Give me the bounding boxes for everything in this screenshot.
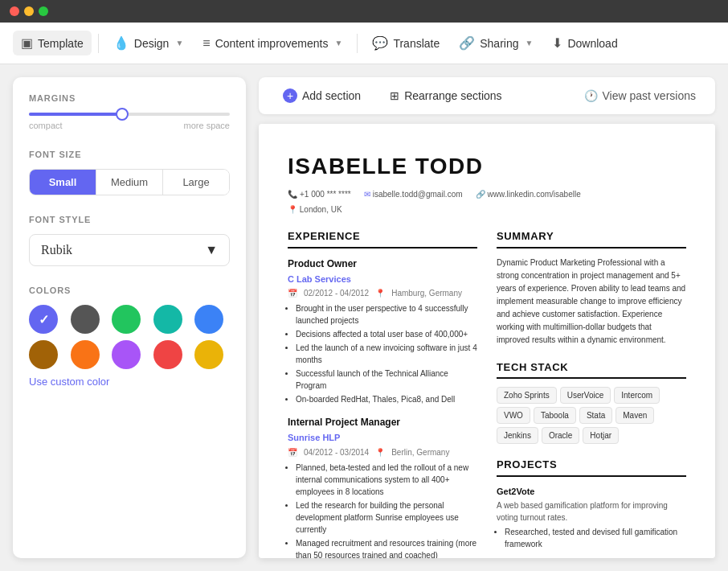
margins-slider-thumb[interactable] <box>116 108 129 121</box>
job-bullet-0-2: Led the launch of a new invoicing softwa… <box>296 342 477 366</box>
translate-icon: 💬 <box>372 35 388 51</box>
margins-slider-fill <box>29 113 120 116</box>
font-size-medium-button[interactable]: Medium <box>96 170 163 195</box>
resume-contact: 📞 +1 000 *** **** ✉ isabelle.todd@gmail.… <box>288 188 686 200</box>
custom-color-link[interactable]: Use custom color <box>29 376 109 388</box>
download-tab[interactable]: ⬇ Download <box>544 31 625 55</box>
color-grid <box>29 305 230 369</box>
job-company-1: Sunrise HLP <box>288 431 477 445</box>
color-swatch-indigo[interactable] <box>29 305 58 334</box>
tech-tag-8: Oracle <box>542 427 579 444</box>
linkedin-text: www.linkedin.com/isabelle <box>488 188 581 200</box>
job-meta-0: 📅 02/2012 - 04/2012 📍 Hamburg, Germany <box>288 287 477 299</box>
sharing-icon: 🔗 <box>459 35 475 51</box>
font-style-title: FONT STYLE <box>29 215 230 224</box>
view-versions-button[interactable]: 🕐 View past versions <box>578 84 702 107</box>
job-item-0: Product Owner C Lab Services 📅 02/2012 -… <box>288 257 477 406</box>
add-section-icon: + <box>283 88 297 103</box>
linkedin-contact: 🔗 www.linkedin.com/isabelle <box>476 188 581 200</box>
color-swatch-blue[interactable] <box>194 305 223 334</box>
main-area: MARGINS compact more space FONT SIZE Sma… <box>0 64 728 571</box>
font-size-title: FONT SIZE <box>29 150 230 159</box>
job-bullet-0-1: Decisions affected a total user base of … <box>296 328 477 340</box>
translate-tab[interactable]: 💬 Translate <box>364 31 448 55</box>
job-bullets-0: Brought in the user perspective to 4 suc… <box>288 302 477 405</box>
job-bullet-1-0: Planned, beta-tested and led the rollout… <box>296 462 477 498</box>
project-name-0: Get2Vote <box>497 485 686 499</box>
maximize-button[interactable] <box>39 6 48 16</box>
tech-tag-5: Stata <box>579 407 612 424</box>
color-swatch-brown[interactable] <box>29 340 58 369</box>
download-icon: ⬇ <box>552 35 562 51</box>
job-location-icon-0: 📍 <box>375 287 385 299</box>
resume-two-col: EXPERIENCE Product Owner C Lab Services … <box>288 228 686 558</box>
project-bullets-0: Researched, tested and devised full gami… <box>497 526 686 550</box>
content-chevron: ▼ <box>335 39 343 47</box>
close-button[interactable] <box>10 6 19 16</box>
job-title-0: Product Owner <box>288 257 477 271</box>
font-size-section: FONT SIZE Small Medium Large <box>29 150 230 195</box>
job-title-1: Internal Project Manager <box>288 415 477 429</box>
tech-tag-2: Intercom <box>614 387 660 404</box>
job-meta-1: 📅 04/2012 - 03/2014 📍 Berlin, Germany <box>288 446 477 458</box>
color-swatch-green[interactable] <box>112 305 141 334</box>
phone-icon: 📞 <box>288 188 297 200</box>
email-text: isabelle.todd@gmail.com <box>373 188 463 200</box>
job-dates-1: 04/2012 - 03/2014 <box>304 446 369 458</box>
job-item-1: Internal Project Manager Sunrise HLP 📅 0… <box>288 415 477 558</box>
location-text: London, UK <box>300 205 342 214</box>
rearrange-sections-button[interactable]: ⊞ Rearrange sections <box>378 84 513 107</box>
content-improvements-label: Content improvements <box>215 37 329 50</box>
download-label: Download <box>567 37 617 50</box>
color-swatch-teal[interactable] <box>153 305 182 334</box>
color-swatch-yellow[interactable] <box>194 340 223 369</box>
minimize-button[interactable] <box>24 6 34 16</box>
content-improvements-tab[interactable]: ≡ Content improvements ▼ <box>194 31 350 55</box>
titlebar <box>0 0 728 23</box>
color-swatch-red[interactable] <box>153 340 182 369</box>
section-toolbar: + Add section ⊞ Rearrange sections 🕐 Vie… <box>259 77 715 114</box>
job-date-icon-1: 📅 <box>288 446 297 458</box>
project-item-0: Get2Vote A web based gamification platfo… <box>497 485 686 551</box>
project-desc-0: A web based gamification platform for im… <box>497 499 686 524</box>
margins-slider-track[interactable] <box>29 113 230 116</box>
email-icon: ✉ <box>364 188 370 200</box>
email-contact: ✉ isabelle.todd@gmail.com <box>364 188 463 200</box>
font-size-large-button[interactable]: Large <box>163 170 229 195</box>
job-bullet-1-2: Managed recruitment and resources traini… <box>296 537 477 559</box>
color-swatch-purple[interactable] <box>112 340 141 369</box>
sharing-label: Sharing <box>480 37 518 50</box>
view-versions-label: View past versions <box>603 89 696 102</box>
margins-section: MARGINS compact more space <box>29 93 230 130</box>
projects-title: PROJECTS <box>497 457 686 477</box>
document-paper: ISABELLE TODD 📞 +1 000 *** **** ✉ isabel… <box>259 124 715 558</box>
phone-contact: 📞 +1 000 *** **** <box>288 188 351 200</box>
tech-grid: Zoho Sprints UserVoice Intercom VWO Tabo… <box>497 387 686 444</box>
template-label: Template <box>38 37 84 50</box>
summary-title: SUMMARY <box>497 228 686 249</box>
resume-location: 📍 London, UK <box>288 203 686 216</box>
job-bullet-0-0: Brought in the user perspective to 4 suc… <box>296 302 477 327</box>
experience-title: EXPERIENCE <box>288 228 477 249</box>
tech-tag-9: Hotjar <box>583 427 619 444</box>
add-section-button[interactable]: + Add section <box>272 84 372 108</box>
add-section-label: Add section <box>302 89 361 102</box>
color-swatch-gray[interactable] <box>71 305 100 334</box>
resume-left-col: EXPERIENCE Product Owner C Lab Services … <box>288 228 477 558</box>
color-swatch-orange[interactable] <box>71 340 100 369</box>
template-icon: ▣ <box>21 35 33 51</box>
design-tab[interactable]: 💧 Design ▼ <box>105 31 192 55</box>
font-size-small-button[interactable]: Small <box>30 170 96 195</box>
colors-title: COLORS <box>29 286 230 295</box>
clock-icon: 🕐 <box>584 89 598 102</box>
window-controls <box>10 6 48 16</box>
design-label: Design <box>134 37 170 50</box>
tech-tag-1: UserVoice <box>560 387 611 404</box>
template-tab[interactable]: ▣ Template <box>13 31 92 55</box>
document-area: + Add section ⊞ Rearrange sections 🕐 Vie… <box>246 64 728 571</box>
font-select[interactable]: Rubik ▼ <box>29 234 230 266</box>
tech-tag-6: Maven <box>616 407 654 424</box>
margins-slider-container: compact more space <box>29 113 230 130</box>
sharing-tab[interactable]: 🔗 Sharing ▼ <box>451 31 541 55</box>
projects-section: Get2Vote A web based gamification platfo… <box>497 485 686 559</box>
